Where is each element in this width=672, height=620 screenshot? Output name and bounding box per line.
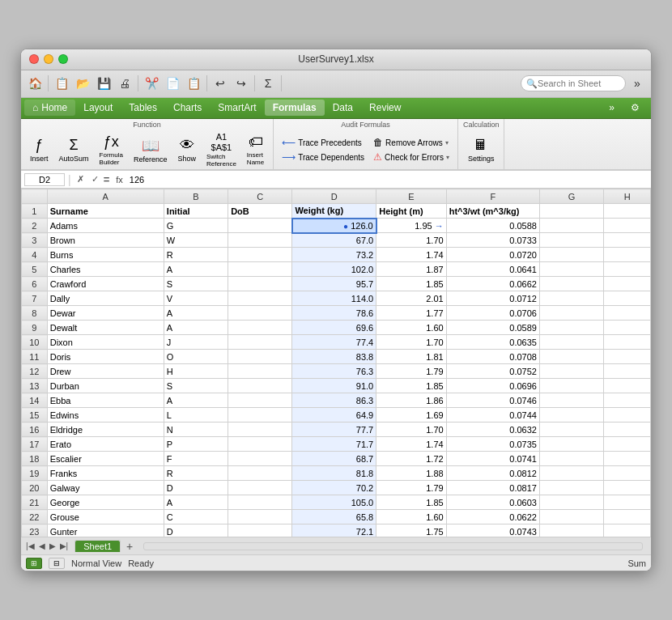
cell-c23[interactable] <box>228 524 292 537</box>
cell-b20[interactable]: D <box>164 481 228 495</box>
cell-h2[interactable] <box>604 219 651 233</box>
cell-h14[interactable] <box>604 393 651 408</box>
cell-h20[interactable] <box>604 481 651 495</box>
open-icon[interactable]: 📂 <box>73 73 92 94</box>
cell-b17[interactable]: P <box>164 437 228 452</box>
cell-b21[interactable]: A <box>164 495 228 510</box>
cell-b15[interactable]: L <box>164 408 228 423</box>
cell-d14[interactable]: 86.3 <box>292 393 376 408</box>
autosum-btn[interactable]: Σ AutoSum <box>55 135 93 164</box>
cell-c12[interactable] <box>228 364 292 379</box>
cell-b11[interactable]: O <box>164 350 228 364</box>
cell-b12[interactable]: H <box>164 364 228 379</box>
expand-icon[interactable]: » <box>627 73 647 94</box>
cell-b8[interactable]: A <box>164 306 228 321</box>
cell-c19[interactable] <box>228 466 292 481</box>
cell-a13[interactable]: Durban <box>47 379 164 393</box>
cell-e13[interactable]: 1.85 <box>376 379 446 393</box>
undo-icon[interactable]: ↩ <box>211 73 230 94</box>
cell-e19[interactable]: 1.88 <box>376 466 446 481</box>
cell-a2[interactable]: Adams <box>47 219 164 233</box>
cell-g5[interactable] <box>539 262 603 277</box>
cell-f18[interactable]: 0.0741 <box>446 452 539 466</box>
cell-g11[interactable] <box>539 350 603 364</box>
search-box[interactable]: 🔍 <box>521 75 626 91</box>
cell-e22[interactable]: 1.60 <box>376 510 446 524</box>
new-icon[interactable]: 📋 <box>52 73 71 94</box>
cell-a8[interactable]: Dewar <box>47 306 164 321</box>
minimize-button[interactable] <box>44 54 53 64</box>
cell-b5[interactable]: A <box>164 262 228 277</box>
cell-h9[interactable] <box>604 321 651 335</box>
cell-e8[interactable]: 1.77 <box>376 306 446 321</box>
cell-b18[interactable]: F <box>164 452 228 466</box>
cell-g6[interactable] <box>539 277 603 291</box>
cell-h12[interactable] <box>604 364 651 379</box>
cell-f12[interactable]: 0.0752 <box>446 364 539 379</box>
cell-a11[interactable]: Doris <box>47 350 164 364</box>
remove-arrows-btn[interactable]: 🗑 Remove Arrows ▾ <box>370 136 453 149</box>
col-c-header[interactable]: C <box>228 189 292 204</box>
print-icon[interactable]: 🖨 <box>115 73 134 94</box>
cell-e6[interactable]: 1.85 <box>376 277 446 291</box>
cell-e7[interactable]: 2.01 <box>376 291 446 306</box>
cell-a18[interactable]: Escalier <box>47 452 164 466</box>
cell-d3[interactable]: 67.0 <box>292 233 376 248</box>
cell-a9[interactable]: Dewalt <box>47 321 164 335</box>
col-g-header[interactable]: G <box>539 189 603 204</box>
prev-sheet-btn[interactable]: ◀ <box>37 541 47 551</box>
home-toolbar-icon[interactable]: 🏠 <box>25 73 45 94</box>
cell-f15[interactable]: 0.0744 <box>446 408 539 423</box>
formula-input[interactable] <box>130 175 648 185</box>
menu-smartart[interactable]: SmartArt <box>210 100 264 116</box>
cell-g16[interactable] <box>539 423 603 437</box>
next-sheet-btn[interactable]: ▶ <box>48 541 57 551</box>
settings-btn[interactable]: 🖩 Settings <box>464 135 499 164</box>
formula-accept-btn[interactable]: ✓ <box>89 173 102 186</box>
cell-h11[interactable] <box>604 350 651 364</box>
cell-e16[interactable]: 1.70 <box>376 423 446 437</box>
cell-b4[interactable]: R <box>164 248 228 262</box>
cell-d2[interactable]: ● 126.0 <box>292 219 376 233</box>
cell-f1[interactable]: ht^3/wt (m^3/kg) <box>446 204 539 219</box>
first-sheet-btn[interactable]: |◀ <box>24 541 36 551</box>
cell-c2[interactable] <box>228 219 292 233</box>
menu-layout[interactable]: Layout <box>75 100 121 116</box>
menu-review[interactable]: Review <box>361 100 409 116</box>
cell-c9[interactable] <box>228 321 292 335</box>
cell-g18[interactable] <box>539 452 603 466</box>
cell-h1[interactable] <box>604 204 651 219</box>
cut-icon[interactable]: ✂️ <box>142 73 161 94</box>
save-icon[interactable]: 💾 <box>94 73 113 94</box>
cell-a23[interactable]: Gunter <box>47 524 164 537</box>
cell-h10[interactable] <box>604 335 651 350</box>
cell-f9[interactable]: 0.0589 <box>446 321 539 335</box>
cell-g15[interactable] <box>539 408 603 423</box>
cell-h4[interactable] <box>604 248 651 262</box>
formula-cancel-btn[interactable]: ✗ <box>74 173 87 186</box>
col-b-header[interactable]: B <box>164 189 228 204</box>
cell-b6[interactable]: S <box>164 277 228 291</box>
cell-d15[interactable]: 64.9 <box>292 408 376 423</box>
switch-ref-btn[interactable]: A1$A$1 SwitchReference <box>202 130 240 169</box>
cell-f20[interactable]: 0.0817 <box>446 481 539 495</box>
cell-b19[interactable]: R <box>164 466 228 481</box>
cell-d19[interactable]: 81.8 <box>292 466 376 481</box>
cell-e2[interactable]: 1.95 → <box>376 219 446 233</box>
cell-c22[interactable] <box>228 510 292 524</box>
cell-f2[interactable]: 0.0588 <box>446 219 539 233</box>
cell-a19[interactable]: Franks <box>47 466 164 481</box>
cell-g9[interactable] <box>539 321 603 335</box>
cell-h21[interactable] <box>604 495 651 510</box>
page-layout-btn[interactable]: ⊟ <box>49 558 65 569</box>
cell-g12[interactable] <box>539 364 603 379</box>
check-errors-btn[interactable]: ⚠ Check for Errors ▾ <box>370 151 453 163</box>
cell-c10[interactable] <box>228 335 292 350</box>
cell-d5[interactable]: 102.0 <box>292 262 376 277</box>
search-input[interactable] <box>538 79 620 88</box>
add-sheet-btn[interactable]: + <box>122 539 137 554</box>
cell-g19[interactable] <box>539 466 603 481</box>
copy-icon[interactable]: 📄 <box>163 73 182 94</box>
cell-a20[interactable]: Galway <box>47 481 164 495</box>
cell-g4[interactable] <box>539 248 603 262</box>
